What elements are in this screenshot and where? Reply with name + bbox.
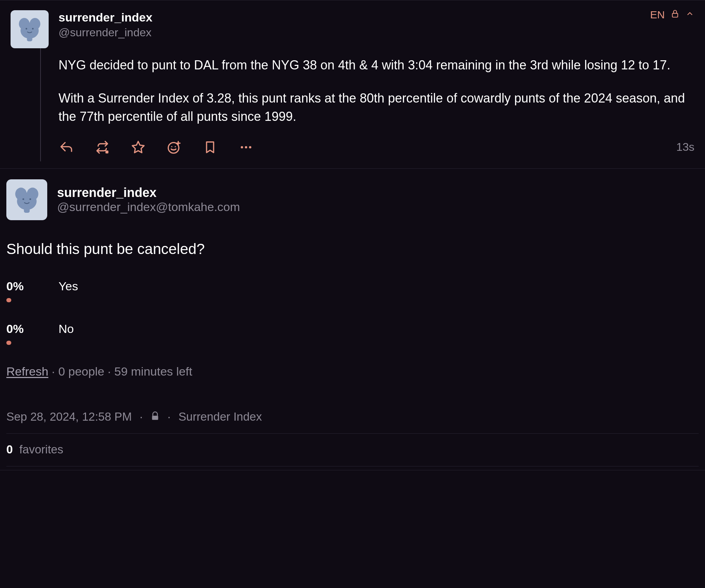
svg-point-19 <box>29 198 31 200</box>
bookmark-icon[interactable] <box>202 140 218 155</box>
svg-point-10 <box>175 146 176 147</box>
post-paragraph: With a Surrender Index of 3.28, this pun… <box>59 89 694 126</box>
svg-point-13 <box>249 146 251 148</box>
poll-percent: 0% <box>6 322 24 336</box>
post-meta: Sep 28, 2024, 12:58 PM · · Surrender Ind… <box>6 410 699 434</box>
svg-point-6 <box>32 28 34 30</box>
svg-rect-17 <box>24 205 30 213</box>
author-block[interactable]: surrender_index @surrender_index <box>59 10 694 41</box>
svg-point-8 <box>168 142 179 153</box>
absolute-timestamp[interactable]: Sep 28, 2024, 12:58 PM <box>6 410 132 423</box>
boost-icon[interactable] <box>94 140 110 155</box>
poll-bar <box>6 298 11 302</box>
favorites-count: 0 <box>6 443 13 456</box>
poll-question: Should this punt be canceled? <box>6 241 699 258</box>
svg-rect-0 <box>672 13 678 17</box>
reply-icon[interactable] <box>59 140 74 155</box>
display-name: surrender_index <box>57 185 240 200</box>
poll-time-remaining: 59 minutes left <box>114 365 192 378</box>
avatar[interactable] <box>11 10 49 48</box>
lock-icon <box>670 9 680 21</box>
favorites-label: favorites <box>19 443 63 456</box>
mastodon-icon <box>12 185 41 214</box>
language-badge[interactable]: EN <box>650 9 665 21</box>
svg-point-9 <box>171 146 172 147</box>
svg-point-11 <box>241 146 243 148</box>
handle: @surrender_index@tomkahe.com <box>57 200 240 214</box>
svg-point-5 <box>26 28 27 30</box>
poll-option[interactable]: 0% No <box>6 322 699 345</box>
poll-option-label: Yes <box>59 279 78 293</box>
post-top-controls: EN <box>650 9 694 21</box>
favorites-row[interactable]: 0 favorites <box>6 434 699 466</box>
favorite-icon[interactable] <box>130 140 146 155</box>
action-bar: 13s <box>59 136 694 161</box>
detail-post: surrender_index @surrender_index@tomkahe… <box>0 169 705 470</box>
poll-option[interactable]: 0% Yes <box>6 279 699 302</box>
svg-rect-7 <box>105 150 108 153</box>
poll-vote-count: 0 people <box>58 365 104 378</box>
post-content: NYG decided to punt to DAL from the NYG … <box>59 48 694 126</box>
handle: @surrender_index <box>59 25 694 41</box>
poll-bar <box>6 341 11 345</box>
mastodon-icon <box>16 16 43 43</box>
lock-icon <box>151 410 160 423</box>
divider <box>0 470 705 470</box>
avatar[interactable] <box>6 179 47 220</box>
collapse-icon[interactable] <box>685 9 694 21</box>
application-name[interactable]: Surrender Index <box>178 410 262 423</box>
display-name: surrender_index <box>59 10 694 25</box>
author-block[interactable]: surrender_index @surrender_index@tomkahe… <box>57 185 240 214</box>
poll-option-label: No <box>59 322 74 336</box>
svg-point-12 <box>245 146 247 148</box>
react-icon[interactable] <box>166 140 182 155</box>
svg-rect-20 <box>152 415 158 420</box>
poll-percent: 0% <box>6 279 24 293</box>
parent-post: EN surrende <box>0 0 705 169</box>
more-icon[interactable] <box>238 140 254 155</box>
svg-rect-4 <box>27 35 32 41</box>
post-paragraph: NYG decided to punt to DAL from the NYG … <box>59 56 694 74</box>
refresh-link[interactable]: Refresh <box>6 365 48 378</box>
relative-timestamp[interactable]: 13s <box>676 141 694 154</box>
svg-point-18 <box>23 198 24 200</box>
poll-meta: Refresh · 0 people · 59 minutes left <box>6 365 699 378</box>
